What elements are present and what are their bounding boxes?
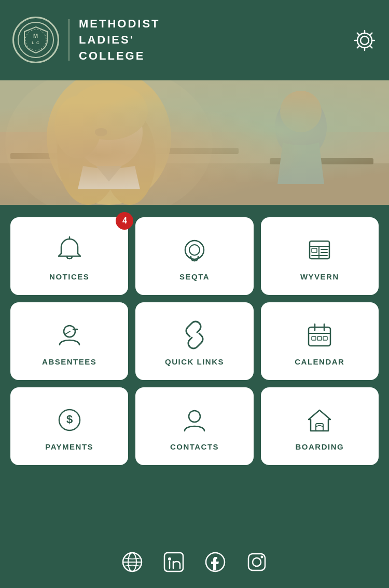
svg-line-33 xyxy=(65,331,70,334)
contacts-button[interactable]: CONTACTS xyxy=(135,387,253,465)
svg-text:L C: L C xyxy=(32,40,40,45)
payments-icon: $ xyxy=(54,405,85,435)
hero-image xyxy=(0,80,389,205)
svg-rect-28 xyxy=(312,248,317,253)
seqta-icon xyxy=(179,235,210,265)
logo-inner: M L C xyxy=(18,22,54,58)
school-logo: M L C xyxy=(12,17,59,63)
contacts-icon xyxy=(179,405,210,435)
social-footer xyxy=(0,538,389,588)
quick-links-button[interactable]: QUICK LINKS xyxy=(135,302,253,380)
svg-point-23 xyxy=(185,241,204,259)
wyvern-label: WYVERN xyxy=(300,272,339,281)
header-divider xyxy=(68,19,70,61)
boarding-icon xyxy=(304,405,335,435)
svg-point-4 xyxy=(357,33,372,48)
svg-text:$: $ xyxy=(66,413,73,426)
svg-rect-39 xyxy=(312,337,316,340)
svg-point-50 xyxy=(168,557,171,561)
settings-button[interactable] xyxy=(353,29,377,52)
payments-button[interactable]: $ PAYMENTS xyxy=(10,387,128,465)
calendar-icon xyxy=(304,320,335,350)
calendar-button[interactable]: CALENDAR xyxy=(261,302,379,380)
seqta-label: SEQTA xyxy=(179,272,210,281)
instagram-link[interactable] xyxy=(245,551,268,573)
absentees-icon xyxy=(54,320,85,350)
notices-icon xyxy=(54,235,85,265)
svg-text:M: M xyxy=(33,33,38,39)
main-grid-section: 4 NOTICES SEQTA xyxy=(0,205,389,538)
svg-rect-45 xyxy=(316,424,323,431)
notices-label: NOTICES xyxy=(49,272,89,281)
app-header: M L C METHODIST LADIES' COLLEGE xyxy=(0,0,389,80)
linkedin-link[interactable] xyxy=(162,551,185,573)
payments-label: PAYMENTS xyxy=(45,442,93,451)
logo-svg: M L C xyxy=(20,24,51,55)
notices-badge: 4 xyxy=(116,212,133,230)
boarding-button[interactable]: BOARDING xyxy=(261,387,379,465)
calendar-label: CALENDAR xyxy=(295,357,344,366)
facebook-link[interactable] xyxy=(204,551,227,573)
notices-button[interactable]: 4 NOTICES xyxy=(10,217,128,295)
absentees-button[interactable]: ABSENTEES xyxy=(10,302,128,380)
boarding-label: BOARDING xyxy=(295,442,344,451)
svg-rect-40 xyxy=(317,337,322,340)
app-grid: 4 NOTICES SEQTA xyxy=(10,217,379,465)
svg-point-54 xyxy=(253,558,261,566)
svg-rect-41 xyxy=(323,337,327,340)
globe-link[interactable] xyxy=(121,551,144,573)
seqta-button[interactable]: SEQTA xyxy=(135,217,253,295)
absentees-label: ABSENTEES xyxy=(42,357,96,366)
svg-point-3 xyxy=(360,36,369,45)
contacts-label: CONTACTS xyxy=(170,442,219,451)
svg-point-44 xyxy=(189,411,200,422)
svg-point-55 xyxy=(261,556,263,558)
svg-point-24 xyxy=(189,245,200,255)
wyvern-button[interactable]: WYVERN xyxy=(261,217,379,295)
school-name: METHODIST LADIES' COLLEGE xyxy=(79,16,160,64)
brand-area: M L C METHODIST LADIES' COLLEGE xyxy=(12,16,160,64)
quick-links-icon xyxy=(179,320,210,350)
wyvern-icon xyxy=(304,235,335,265)
quick-links-label: QUICK LINKS xyxy=(165,357,224,366)
